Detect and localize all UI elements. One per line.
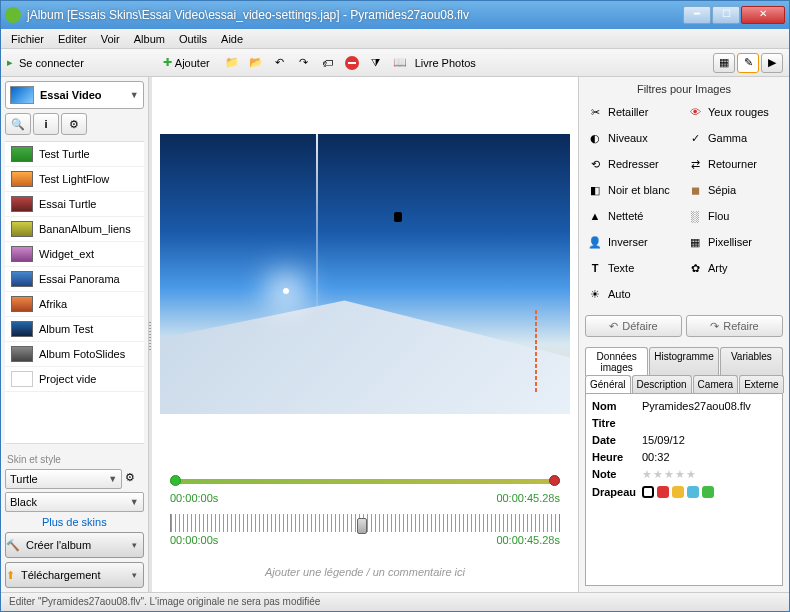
create-album-button[interactable]: 🔨Créer l'album▾ bbox=[5, 532, 144, 558]
filter-pixelate[interactable]: ▦Pixelliser bbox=[685, 231, 783, 253]
prop-value: 15/09/12 bbox=[642, 434, 685, 446]
album-list[interactable]: Test Turtle Test LightFlow Essai Turtle … bbox=[5, 141, 144, 444]
filter-auto[interactable]: ☀Auto bbox=[585, 283, 683, 305]
menu-outils[interactable]: Outils bbox=[173, 31, 213, 47]
preview-view-icon[interactable]: ▶ bbox=[761, 53, 783, 73]
download-button[interactable]: ⬆Téléchargement▾ bbox=[5, 562, 144, 588]
maximize-button[interactable]: ☐ bbox=[712, 6, 740, 24]
new-folder-icon[interactable]: 📁 bbox=[223, 54, 241, 72]
album-item[interactable]: Essai Panorama bbox=[5, 267, 144, 292]
settings-button[interactable]: ⚙ bbox=[61, 113, 87, 135]
filter-bw[interactable]: ◧Noir et blanc bbox=[585, 179, 683, 201]
flag-green[interactable] bbox=[702, 486, 714, 498]
filter-sharpen[interactable]: ▲Netteté bbox=[585, 205, 683, 227]
tab-camera[interactable]: Camera bbox=[693, 375, 739, 393]
current-album-label: Essai Video bbox=[40, 89, 102, 101]
album-item[interactable]: Test LightFlow bbox=[5, 167, 144, 192]
grid-view-icon[interactable]: ▦ bbox=[713, 53, 735, 73]
filter-blur[interactable]: ░Flou bbox=[685, 205, 783, 227]
auto-icon: ☀ bbox=[587, 286, 603, 302]
expand-icon[interactable]: ▸ bbox=[7, 56, 13, 69]
trim-end-handle[interactable] bbox=[549, 475, 560, 486]
undo-icon: ↶ bbox=[609, 320, 618, 333]
album-item[interactable]: Album Test bbox=[5, 317, 144, 342]
menu-editer[interactable]: Editer bbox=[52, 31, 93, 47]
properties-panel: NomPyramides27aou08.flv Titre Date15/09/… bbox=[585, 393, 783, 586]
tag-icon[interactable]: 🏷 bbox=[319, 54, 337, 72]
seek-slider[interactable] bbox=[170, 514, 560, 532]
undo-button[interactable]: ↶Défaire bbox=[585, 315, 682, 337]
more-skins-link[interactable]: Plus de skins bbox=[5, 516, 144, 528]
seek-handle[interactable] bbox=[357, 518, 367, 534]
filter-redeye[interactable]: 👁Yeux rouges bbox=[685, 101, 783, 123]
trim-bar[interactable] bbox=[170, 479, 560, 484]
album-item[interactable]: Widget_ext bbox=[5, 242, 144, 267]
menu-voir[interactable]: Voir bbox=[95, 31, 126, 47]
skin-select[interactable]: Turtle▼ bbox=[5, 469, 122, 489]
rotate-right-icon[interactable]: ↷ bbox=[295, 54, 313, 72]
connect-button[interactable]: Se connecter bbox=[19, 57, 84, 69]
filters-title: Filtres pour Images bbox=[585, 83, 783, 95]
menu-fichier[interactable]: Fichier bbox=[5, 31, 50, 47]
seek-start-time: 00:00:00s bbox=[170, 534, 218, 546]
video-preview[interactable] bbox=[160, 134, 570, 414]
rating-stars[interactable]: ★★★★★ bbox=[642, 468, 697, 481]
arty-icon: ✿ bbox=[687, 260, 703, 276]
filter-straighten[interactable]: ⟲Redresser bbox=[585, 153, 683, 175]
add-button[interactable]: ✚ Ajouter bbox=[156, 53, 217, 72]
filter-icon[interactable]: ⧩ bbox=[367, 54, 385, 72]
edit-view-icon[interactable]: ✎ bbox=[737, 53, 759, 73]
rotate-left-icon[interactable]: ↶ bbox=[271, 54, 289, 72]
flag-blue[interactable] bbox=[687, 486, 699, 498]
tab-general[interactable]: Général bbox=[585, 375, 631, 393]
filter-flip[interactable]: ⇄Retourner bbox=[685, 153, 783, 175]
open-folder-icon[interactable]: 📂 bbox=[247, 54, 265, 72]
crop-icon: ✂ bbox=[587, 104, 603, 120]
text-icon: T bbox=[587, 260, 603, 276]
prop-key: Nom bbox=[592, 400, 642, 412]
tab-description[interactable]: Description bbox=[632, 375, 692, 393]
filter-levels[interactable]: ◐Niveaux bbox=[585, 127, 683, 149]
editor-pane: 00:00:00s 00:00:45.28s 00:00:00s 00:00:4… bbox=[152, 77, 579, 592]
tab-variables[interactable]: Variables bbox=[720, 347, 783, 376]
menu-aide[interactable]: Aide bbox=[215, 31, 249, 47]
book-icon[interactable]: 📖 bbox=[391, 54, 409, 72]
redo-button[interactable]: ↷Refaire bbox=[686, 315, 783, 337]
filter-arty[interactable]: ✿Arty bbox=[685, 257, 783, 279]
seek-end-time: 00:00:45.28s bbox=[496, 534, 560, 546]
current-album[interactable]: Essai Video ▼ bbox=[5, 81, 144, 109]
search-button[interactable]: 🔍 bbox=[5, 113, 31, 135]
album-item[interactable]: Test Turtle bbox=[5, 142, 144, 167]
prop-key: Titre bbox=[592, 417, 642, 429]
info-button[interactable]: i bbox=[33, 113, 59, 135]
flag-none[interactable] bbox=[642, 486, 654, 498]
dropdown-icon[interactable]: ▼ bbox=[130, 90, 139, 100]
filter-invert[interactable]: 👤Inverser bbox=[585, 231, 683, 253]
filter-gamma[interactable]: ✓Gamma bbox=[685, 127, 783, 149]
pixelate-icon: ▦ bbox=[687, 234, 703, 250]
tab-histogram[interactable]: Histogramme bbox=[649, 347, 718, 376]
skin-settings-button[interactable]: ⚙ bbox=[125, 471, 143, 491]
menu-album[interactable]: Album bbox=[128, 31, 171, 47]
tab-external[interactable]: Externe bbox=[739, 375, 783, 393]
flag-picker[interactable] bbox=[642, 486, 714, 498]
style-select[interactable]: Black▼ bbox=[5, 492, 144, 512]
album-item[interactable]: Project vide bbox=[5, 367, 144, 392]
album-item[interactable]: BananAlbum_liens bbox=[5, 217, 144, 242]
flag-yellow[interactable] bbox=[672, 486, 684, 498]
minimize-button[interactable]: ━ bbox=[683, 6, 711, 24]
livre-button[interactable]: Livre Photos bbox=[415, 57, 476, 69]
filter-sepia[interactable]: ◼Sépia bbox=[685, 179, 783, 201]
tab-image-data[interactable]: Données images bbox=[585, 347, 648, 376]
remove-icon[interactable] bbox=[343, 54, 361, 72]
album-thumb bbox=[10, 86, 34, 104]
album-item[interactable]: Afrika bbox=[5, 292, 144, 317]
album-item[interactable]: Album FotoSlides bbox=[5, 342, 144, 367]
trim-start-handle[interactable] bbox=[170, 475, 181, 486]
album-item[interactable]: Essai Turtle bbox=[5, 192, 144, 217]
filter-crop[interactable]: ✂Retailler bbox=[585, 101, 683, 123]
filter-text[interactable]: TTexte bbox=[585, 257, 683, 279]
close-button[interactable]: ✕ bbox=[741, 6, 785, 24]
caption-input[interactable]: Ajouter une légende / un commentaire ici bbox=[160, 560, 570, 584]
flag-red[interactable] bbox=[657, 486, 669, 498]
